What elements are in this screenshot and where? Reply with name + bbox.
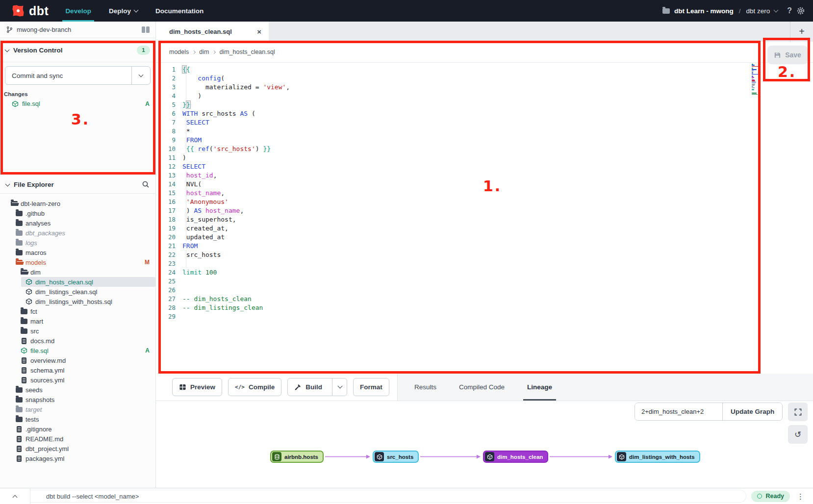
- environment-chevron-down-icon[interactable]: [774, 7, 779, 12]
- tree-item-.gitignore[interactable]: .gitignore: [0, 424, 155, 434]
- tree-item-dim_listings_clean.sql[interactable]: dim_listings_clean.sql: [0, 287, 155, 297]
- tab-dim-hosts-clean[interactable]: dim_hosts_clean.sql ×: [156, 22, 269, 42]
- code-line-text: ): [182, 153, 186, 162]
- commit-options-chevron[interactable]: [131, 67, 150, 84]
- environment-name[interactable]: dbt zero: [746, 7, 770, 15]
- changed-file-status: A: [145, 101, 150, 107]
- tree-item-snapshots[interactable]: snapshots: [0, 395, 155, 404]
- commit-and-sync-button[interactable]: Commit and sync: [5, 66, 151, 85]
- preview-button[interactable]: Preview: [172, 378, 222, 396]
- file-icon: [22, 338, 26, 344]
- code-line-text: updated_at: [182, 233, 225, 242]
- changed-file-row[interactable]: file.sql A: [0, 100, 155, 108]
- lineage-graph: airbnb.hostssrc_hostsdim_hosts_cleandim_…: [156, 401, 813, 488]
- tree-item-file.sql[interactable]: file.sqlA: [0, 346, 155, 355]
- main-nav: DevelopDeployDocumentation: [65, 0, 203, 22]
- tree-item-label: logs: [25, 239, 37, 247]
- nav-item-develop[interactable]: Develop: [65, 0, 91, 22]
- nav-item-deploy[interactable]: Deploy: [109, 0, 138, 22]
- project-name[interactable]: dbt Learn - mwong: [674, 7, 734, 15]
- line-number: 29: [156, 312, 176, 321]
- tab-close-icon[interactable]: ×: [257, 28, 261, 35]
- node-label: dim_listings_with_hosts: [629, 454, 695, 460]
- help-icon[interactable]: ?: [787, 6, 792, 15]
- dbt-logo-icon[interactable]: [8, 0, 28, 21]
- dbt-logo-text[interactable]: dbt: [29, 5, 49, 17]
- tree-item-label: fct: [30, 308, 37, 315]
- tree-item-dim[interactable]: dim: [0, 267, 155, 277]
- branch-name[interactable]: mwong-dev-branch: [17, 26, 71, 33]
- tree-item-tests[interactable]: tests: [0, 414, 155, 424]
- tree-item-label: tests: [25, 416, 39, 423]
- code-area[interactable]: 1{{2 config(3 materialized = 'view',4 )5…: [156, 65, 813, 321]
- code-line: 3 materialized = 'view',: [156, 83, 813, 92]
- tab-lineage[interactable]: Lineage: [523, 374, 556, 401]
- compile-button[interactable]: </>Compile: [228, 378, 281, 396]
- tree-item-mart[interactable]: mart: [0, 316, 155, 326]
- line-number: 26: [156, 286, 176, 295]
- folder-icon: [16, 397, 23, 403]
- tree-item-overview.md[interactable]: overview.md: [0, 355, 155, 365]
- file-search-icon[interactable]: [142, 180, 150, 188]
- tree-item-dbt_project.yml[interactable]: dbt_project.yml: [0, 444, 155, 454]
- save-floppy-icon: [774, 51, 781, 59]
- gear-icon[interactable]: [796, 6, 805, 15]
- breadcrumb-item[interactable]: dim: [199, 49, 209, 55]
- tree-item-src[interactable]: src: [0, 326, 155, 336]
- expand-command-panel-button[interactable]: [0, 488, 30, 504]
- lineage-node-src_hosts[interactable]: src_hosts: [373, 451, 419, 463]
- line-number: 28: [156, 303, 176, 312]
- tree-item-docs.md[interactable]: docs.md: [0, 336, 155, 346]
- node-label: src_hosts: [387, 454, 413, 460]
- tree-item-dim_hosts_clean.sql[interactable]: dim_hosts_clean.sql: [0, 277, 155, 287]
- lineage-node-airbnb.hosts[interactable]: airbnb.hosts: [270, 451, 324, 463]
- breadcrumb-item[interactable]: dim_hosts_clean.sql: [219, 49, 275, 55]
- new-tab-button[interactable]: +: [790, 22, 813, 42]
- tree-item-target[interactable]: target: [0, 404, 155, 414]
- tree-item-logs[interactable]: logs: [0, 238, 155, 248]
- code-line: 7 SELECT: [156, 118, 813, 127]
- lineage-node-dim_listings_with_hosts[interactable]: dim_listings_with_hosts: [615, 451, 700, 463]
- breadcrumb-chevron-icon: [192, 50, 196, 54]
- line-number: 8: [156, 127, 176, 136]
- command-input[interactable]: [30, 490, 746, 503]
- tree-item-label: target: [25, 406, 42, 413]
- lineage-node-dim_hosts_clean[interactable]: dim_hosts_clean: [483, 451, 548, 463]
- tree-item-label: seeds: [25, 386, 43, 394]
- save-button[interactable]: Save: [767, 46, 808, 64]
- tree-item-schema.yml[interactable]: schema.yml: [0, 365, 155, 375]
- tree-item-fct[interactable]: fct: [0, 306, 155, 316]
- kebab-menu-icon[interactable]: ⋮: [797, 493, 804, 500]
- breadcrumb-item[interactable]: models: [169, 49, 189, 55]
- build-button[interactable]: Build: [287, 378, 347, 396]
- version-control-header[interactable]: Version Control 1: [0, 38, 155, 62]
- editor-minimap[interactable]: [752, 64, 764, 96]
- code-line-text: {{: [182, 65, 190, 74]
- tree-item-label: dim_listings_clean.sql: [35, 288, 97, 296]
- format-button[interactable]: Format: [353, 378, 389, 396]
- file-explorer-header[interactable]: File Explorer: [0, 176, 155, 194]
- tree-item-dbt_packages[interactable]: dbt_packages: [0, 228, 155, 238]
- line-number: 20: [156, 233, 176, 242]
- tree-item-.github[interactable]: .github: [0, 208, 155, 218]
- git-branch-icon: [6, 26, 13, 33]
- tab-results[interactable]: Results: [410, 374, 440, 401]
- nav-item-documentation[interactable]: Documentation: [155, 0, 203, 22]
- code-line-text: FROM: [182, 136, 202, 145]
- tree-item-dbt-learn-zero[interactable]: dbt-learn-zero: [0, 199, 155, 208]
- tree-item-README.md[interactable]: README.md: [0, 434, 155, 444]
- folder-icon: [16, 417, 23, 422]
- tree-item-packages.yml[interactable]: packages.yml: [0, 454, 155, 463]
- tab-compiled-code[interactable]: Compiled Code: [455, 374, 508, 401]
- tree-item-sources.yml[interactable]: sources.yml: [0, 375, 155, 385]
- tree-item-seeds[interactable]: seeds: [0, 385, 155, 395]
- folder-icon: [16, 240, 23, 246]
- tree-item-models[interactable]: modelsM: [0, 257, 155, 267]
- ready-dot-icon: [757, 494, 762, 499]
- build-options-chevron[interactable]: [332, 378, 342, 396]
- tree-item-dim_listings_with_hosts.sql[interactable]: dim_listings_with_hosts.sql: [0, 297, 155, 306]
- split-view-icon[interactable]: [142, 26, 150, 33]
- tree-item-analyses[interactable]: analyses: [0, 218, 155, 228]
- tree-item-macros[interactable]: macros: [0, 248, 155, 257]
- node-label: airbnb.hosts: [284, 454, 318, 460]
